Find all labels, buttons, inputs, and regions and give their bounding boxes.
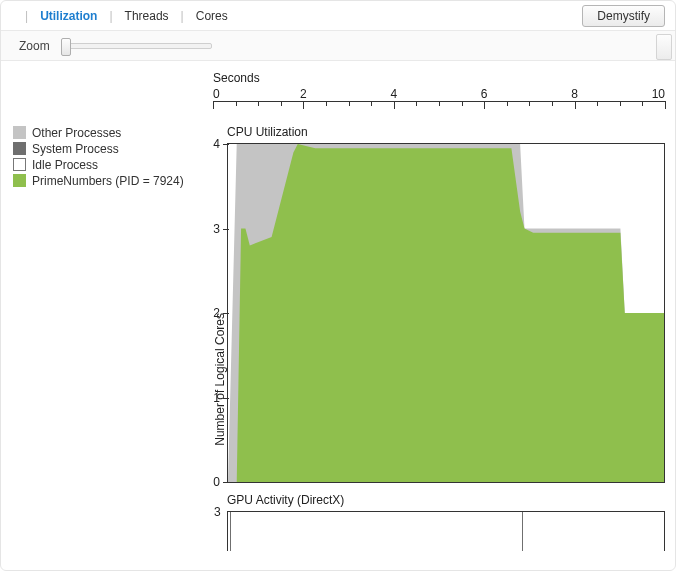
x-tick — [213, 101, 214, 109]
cpu-chart[interactable]: Number of Logical Cores 0 1 2 3 4 — [227, 143, 665, 483]
x-tick-label: 6 — [481, 87, 488, 101]
x-tick-minor — [236, 101, 237, 106]
x-tick — [575, 101, 576, 109]
view-tabs: | Utilization | Threads | Cores — [17, 8, 232, 24]
tab-utilization[interactable]: Utilization — [36, 8, 101, 24]
gpu-chart[interactable]: 3 — [227, 511, 665, 551]
x-tick-minor — [462, 101, 463, 106]
gpu-chart-wrap: GPU Activity (DirectX) 3 — [213, 493, 665, 551]
y-tick-label: 2 — [213, 306, 220, 320]
x-tick-label: 4 — [390, 87, 397, 101]
cpu-chart-title: CPU Utilization — [227, 125, 665, 139]
profiler-frame: | Utilization | Threads | Cores Demystif… — [0, 0, 676, 571]
x-tick-minor — [349, 101, 350, 106]
tab-cores[interactable]: Cores — [192, 8, 232, 24]
x-tick-minor — [620, 101, 621, 106]
x-tick-minor — [529, 101, 530, 106]
x-tick-label: 2 — [300, 87, 307, 101]
x-tick — [303, 101, 304, 109]
gpu-y-tick-label: 3 — [214, 505, 221, 519]
cpu-area-svg — [228, 144, 664, 482]
y-tick-label: 1 — [213, 391, 220, 405]
legend-item-primenumbers[interactable]: PrimeNumbers (PID = 7924) — [13, 173, 205, 188]
cpu-chart-wrap: CPU Utilization Number of Logical Cores … — [213, 125, 665, 483]
legend-item-idle-process[interactable]: Idle Process — [13, 157, 205, 172]
tab-separator: | — [181, 9, 184, 23]
zoom-thumb[interactable] — [61, 38, 71, 56]
gpu-spike — [522, 512, 523, 551]
legend-label: System Process — [32, 142, 119, 156]
legend-label: Idle Process — [32, 158, 98, 172]
x-tick — [484, 101, 485, 109]
x-tick-minor — [507, 101, 508, 106]
demystify-button[interactable]: Demystify — [582, 5, 665, 27]
legend-label: Other Processes — [32, 126, 121, 140]
zoom-slider[interactable] — [62, 43, 212, 49]
legend-swatch — [13, 158, 26, 171]
x-tick-label: 0 — [213, 87, 220, 101]
tab-separator: | — [109, 9, 112, 23]
y-tick-label: 0 — [213, 475, 220, 489]
x-axis-title: Seconds — [213, 71, 260, 85]
tab-separator: | — [25, 9, 28, 23]
x-tick-minor — [642, 101, 643, 106]
x-tick-minor — [416, 101, 417, 106]
legend-item-system-process[interactable]: System Process — [13, 141, 205, 156]
x-tick-label: 10 — [652, 87, 665, 101]
y-axis-ticks: 0 1 2 3 4 — [214, 144, 228, 482]
x-tick — [665, 101, 666, 109]
tab-threads[interactable]: Threads — [121, 8, 173, 24]
x-tick-label: 8 — [571, 87, 578, 101]
x-tick-minor — [258, 101, 259, 106]
gpu-spike — [230, 512, 231, 551]
chart-panel: Seconds 0 2 4 6 8 10 — [213, 63, 675, 570]
legend: Other Processes System Process Idle Proc… — [13, 125, 205, 188]
x-tick-minor — [281, 101, 282, 106]
y-tick-label: 4 — [213, 137, 220, 151]
x-tick-minor — [326, 101, 327, 106]
x-tick-minor — [552, 101, 553, 106]
gpu-chart-title: GPU Activity (DirectX) — [227, 493, 665, 507]
x-tick — [394, 101, 395, 109]
y-tick-label: 3 — [213, 222, 220, 236]
x-tick-minor — [597, 101, 598, 106]
legend-label: PrimeNumbers (PID = 7924) — [32, 174, 184, 188]
legend-swatch — [13, 142, 26, 155]
zoom-row: Zoom — [1, 31, 675, 61]
legend-swatch — [13, 174, 26, 187]
x-tick-minor — [371, 101, 372, 106]
x-tick-minor — [439, 101, 440, 106]
legend-swatch — [13, 126, 26, 139]
x-axis-ruler[interactable]: 0 2 4 6 8 10 — [213, 87, 665, 111]
legend-item-other-processes[interactable]: Other Processes — [13, 125, 205, 140]
top-toolbar: | Utilization | Threads | Cores Demystif… — [1, 1, 675, 31]
vertical-scrollbar[interactable] — [656, 34, 672, 60]
legend-panel: Other Processes System Process Idle Proc… — [1, 63, 213, 570]
body: Other Processes System Process Idle Proc… — [1, 63, 675, 570]
zoom-label: Zoom — [19, 39, 50, 53]
